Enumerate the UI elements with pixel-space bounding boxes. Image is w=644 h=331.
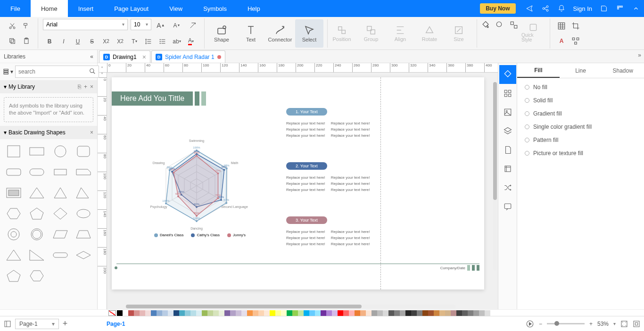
color-swatch[interactable] [388,310,394,316]
shape-triangle[interactable] [26,183,48,202]
fill-option[interactable]: Gradient fill [525,110,636,117]
layers-panel-icon[interactable] [499,122,516,141]
shape-pentagon2[interactable] [3,266,25,285]
color-swatch[interactable] [162,310,168,316]
menu-help[interactable]: Help [237,0,271,17]
color-swatch[interactable] [451,310,456,316]
comment-panel-icon[interactable] [499,197,516,216]
color-swatch[interactable] [202,310,207,316]
tab-line[interactable]: Line [560,63,602,78]
shape-triangle4[interactable] [3,246,25,265]
underline-button[interactable]: U [71,35,84,48]
lib-prev-icon[interactable]: ˄ [101,66,103,71]
fill-option[interactable]: No fill [525,84,636,91]
close-tab-icon[interactable]: × [142,53,146,61]
shape-trapezoid[interactable] [73,225,95,244]
lib-next-icon[interactable]: ˅ [101,72,103,77]
color-swatch[interactable] [213,310,219,316]
color-swatch[interactable] [434,310,439,316]
color-swatch[interactable] [462,310,468,316]
fit-width-icon[interactable] [633,320,640,328]
zoom-out-button[interactable]: − [539,321,542,327]
canvas-page[interactable]: Here Add You Tittle SwimmingMathSecond L… [112,77,484,290]
image-panel-icon[interactable] [499,103,516,122]
shape-frame[interactable] [3,183,25,202]
expand-format-panel-icon[interactable]: » [638,52,641,58]
fill-color-button[interactable] [479,18,492,32]
shape-parallelogram[interactable] [50,225,71,244]
color-swatch[interactable] [134,310,140,316]
color-swatch[interactable] [219,310,224,316]
shape-square[interactable] [3,142,25,161]
font-size-select[interactable]: 10▾ [131,19,151,30]
horizontal-scrollbar[interactable] [126,305,456,308]
text-effect-button[interactable]: A [555,34,568,48]
text-tool[interactable]: Text [237,19,265,48]
color-swatch[interactable] [196,310,202,316]
decrease-font-button[interactable]: A▼ [170,19,183,32]
color-swatch[interactable] [304,310,309,316]
search-icon[interactable] [89,68,96,76]
shape-diamond[interactable] [50,204,71,223]
color-swatch[interactable] [422,310,428,316]
bullets-button[interactable] [156,35,169,48]
color-swatch[interactable] [224,310,230,316]
color-swatch[interactable] [383,310,388,316]
basic-shapes-header[interactable]: ▾Basic Drawing Shapes × [0,126,97,139]
distribute-button[interactable] [569,34,582,48]
copy-button[interactable] [6,34,19,48]
buy-now-button[interactable]: Buy Now [480,3,515,14]
collapse-ribbon-icon[interactable] [628,0,644,17]
strikethrough-button[interactable]: S [85,35,99,48]
color-swatch[interactable] [298,310,304,316]
doc-tab-drawing1[interactable]: D Drawing1 × [99,50,150,63]
italic-button[interactable]: I [57,35,70,48]
shape-pill[interactable] [50,246,71,265]
add-page-button[interactable]: + [63,319,68,329]
text-section[interactable]: 1. Your TextReplace your text here!Repla… [286,108,370,140]
color-swatch[interactable] [321,310,326,316]
user-icon[interactable] [596,0,612,17]
fill-option[interactable]: Picture or texture fill [525,150,636,157]
color-swatch[interactable] [173,310,179,316]
color-swatch[interactable] [309,310,315,316]
shape-right-triangle[interactable] [26,246,48,265]
color-swatch[interactable] [411,310,417,316]
color-swatch[interactable] [151,310,157,316]
library-search[interactable] [15,66,99,78]
page-title-banner[interactable]: Here Add You Tittle [112,91,206,106]
shape-hexagon[interactable] [3,204,25,223]
bell-icon[interactable] [553,0,570,17]
format-painter-button[interactable] [20,19,33,33]
search-input[interactable] [18,68,89,75]
shape-triangle2[interactable] [50,183,71,202]
menu-file[interactable]: File [0,0,31,17]
same-size-button[interactable] [507,18,520,32]
color-swatch[interactable] [377,310,383,316]
outline-view-icon[interactable] [4,320,11,328]
fill-option[interactable]: Solid fill [525,97,636,104]
zoom-slider[interactable] [547,323,585,324]
font-name-select[interactable]: Arial▾ [43,19,128,30]
send-icon[interactable] [521,0,537,17]
presentation-icon[interactable] [526,320,534,328]
shape-triangle3[interactable] [73,183,95,202]
color-swatch[interactable] [315,310,321,316]
color-swatch[interactable] [123,310,128,316]
table-button[interactable] [555,19,568,33]
color-swatch[interactable] [230,310,236,316]
color-swatch[interactable] [473,310,479,316]
superscript-button[interactable]: X2 [99,35,113,48]
color-swatch[interactable] [355,310,360,316]
my-library-header[interactable]: ▾My Library ⎘ + × [0,80,97,93]
shape-rect-chamfer[interactable] [73,163,95,182]
connector-tool[interactable]: Connector [266,19,294,48]
close-section-icon[interactable]: × [90,129,93,136]
color-swatch[interactable] [128,310,134,316]
color-swatch[interactable] [485,310,490,316]
color-swatch[interactable] [445,310,451,316]
no-color-swatch[interactable] [108,310,116,316]
text-case-button[interactable]: T▾ [128,35,141,48]
shape-tool[interactable]: Shape [207,19,236,48]
color-swatch[interactable] [287,310,292,316]
